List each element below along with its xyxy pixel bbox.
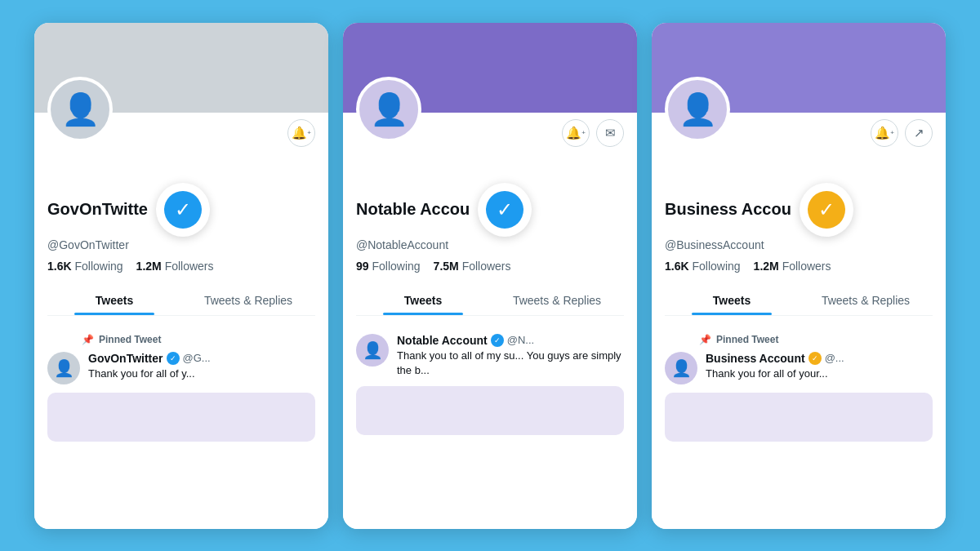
following-label: Following (74, 260, 122, 273)
tweet-badge: ✓ (167, 352, 180, 365)
following-stat[interactable]: 1.6K Following (665, 260, 741, 273)
verified-badge-popup: ✓ (156, 183, 210, 237)
display-name: Notable Accou (356, 200, 470, 219)
tab-tweets-replies[interactable]: Tweets & Replies (490, 284, 624, 315)
tweet-user-icon: 👤 (671, 360, 692, 376)
pinned-text: Pinned Tweet (716, 334, 778, 345)
following-stat[interactable]: 1.6K Following (47, 260, 123, 273)
tweet-section: 📌 Pinned Tweet 👤 Business Account ✓ @...… (652, 324, 946, 529)
verified-badge: ✓ (808, 191, 845, 229)
profile-section: 👤 🔔+ ✉ Notable Accou ✓ @NotableAccount 9… (343, 113, 637, 324)
following-count: 1.6K (665, 260, 689, 273)
profile-section: 👤 🔔+ ↗ Business Accou ✓ @BusinessAccount… (652, 113, 946, 324)
tweet-avatar: 👤 (356, 334, 389, 367)
following-label: Following (372, 260, 420, 273)
followers-label: Followers (165, 260, 214, 273)
tweet-row: 👤 Notable Account ✓ @N... Thank you to a… (356, 334, 624, 378)
tweet-text: Thank you for all of your... (706, 367, 933, 381)
tweet-author: GovOnTwitter (88, 352, 163, 365)
tab-tweets[interactable]: Tweets (47, 284, 181, 315)
tabs-row: Tweets Tweets & Replies (356, 284, 624, 316)
share-button[interactable]: ↗ (905, 119, 933, 147)
tweet-handle: @... (825, 352, 844, 364)
followers-count: 7.5M (434, 260, 459, 273)
phone-card-notable: 👤 🔔+ ✉ Notable Accou ✓ @NotableAccount 9… (343, 23, 637, 529)
tweet-text: Thank you for all of y... (88, 367, 315, 381)
following-label: Following (692, 260, 740, 273)
verified-badge-popup: ✓ (478, 183, 532, 237)
stats-row: 1.6K Following 1.2M Followers (47, 260, 315, 273)
tweet-image-placeholder (47, 393, 315, 442)
tweet-image-placeholder (356, 386, 624, 435)
screen-name: @NotableAccount (356, 238, 624, 251)
screen-name: @GovOnTwitter (47, 238, 315, 251)
tweet-content: Business Account ✓ @... Thank you for al… (706, 352, 933, 381)
tweet-section: 📌 Pinned Tweet 👤 GovOnTwitter ✓ @G... Th… (34, 324, 328, 529)
tweet-user-icon: 👤 (363, 342, 383, 358)
followers-label: Followers (782, 260, 831, 273)
display-name: Business Accou (665, 200, 791, 219)
avatar: 👤 (356, 77, 421, 142)
pinned-text: Pinned Tweet (99, 334, 161, 345)
tabs-row: Tweets Tweets & Replies (665, 284, 933, 316)
pinned-label: 📌 Pinned Tweet (82, 334, 315, 345)
phone-card-business: 👤 🔔+ ↗ Business Accou ✓ @BusinessAccount… (652, 23, 946, 529)
tabs-row: Tweets Tweets & Replies (47, 284, 315, 316)
screen-name: @BusinessAccount (665, 238, 933, 251)
tweet-handle: @N... (507, 334, 534, 346)
avatar: 👤 (47, 77, 113, 142)
tweet-row: 👤 Business Account ✓ @... Thank you for … (665, 352, 933, 384)
tweet-handle: @G... (183, 352, 211, 364)
tab-tweets-replies[interactable]: Tweets & Replies (799, 284, 933, 315)
tweet-content: GovOnTwitter ✓ @G... Thank you for all o… (88, 352, 315, 381)
avatar: 👤 (665, 77, 730, 142)
stats-row: 1.6K Following 1.2M Followers (665, 260, 933, 273)
tweet-badge: ✓ (808, 352, 822, 365)
verified-badge-popup: ✓ (800, 183, 853, 237)
tweet-avatar: 👤 (47, 352, 80, 384)
verified-badge: ✓ (164, 191, 202, 229)
tweet-badge: ✓ (491, 334, 504, 347)
user-icon: 👤 (61, 94, 100, 125)
name-row: GovOnTwitte ✓ (47, 183, 315, 237)
notification-button[interactable]: 🔔+ (287, 119, 315, 147)
tweet-name-row: GovOnTwitter ✓ @G... (88, 352, 315, 365)
message-button[interactable]: ✉ (596, 119, 624, 147)
name-row: Notable Accou ✓ (356, 183, 624, 237)
tweet-name-row: Notable Account ✓ @N... (397, 334, 624, 347)
tweet-content: Notable Account ✓ @N... Thank you to all… (397, 334, 624, 378)
tweet-name-row: Business Account ✓ @... (706, 352, 933, 365)
user-icon: 👤 (370, 94, 408, 125)
followers-label: Followers (462, 260, 511, 273)
display-name: GovOnTwitte (47, 200, 148, 219)
tweet-author: Business Account (706, 352, 805, 365)
tweet-image-placeholder (665, 393, 933, 442)
notification-button[interactable]: 🔔+ (871, 119, 898, 147)
tweet-section: 👤 Notable Account ✓ @N... Thank you to a… (343, 324, 637, 529)
tab-tweets[interactable]: Tweets (356, 284, 490, 315)
tweet-user-icon: 👤 (54, 360, 74, 376)
tab-tweets[interactable]: Tweets (665, 284, 799, 315)
name-row: Business Accou ✓ (665, 183, 933, 237)
following-count: 1.6K (47, 260, 72, 273)
followers-stat[interactable]: 1.2M Followers (754, 260, 831, 273)
followers-stat[interactable]: 1.2M Followers (136, 260, 214, 273)
following-count: 99 (356, 260, 369, 273)
followers-count: 1.2M (136, 260, 162, 273)
user-icon: 👤 (679, 94, 717, 125)
followers-stat[interactable]: 7.5M Followers (434, 260, 511, 273)
verified-badge: ✓ (486, 191, 523, 229)
tweet-avatar: 👤 (665, 352, 697, 384)
profile-section: 👤 🔔+ GovOnTwitte ✓ @GovOnTwitter 1.6K Fo… (34, 113, 328, 324)
phone-card-gov: 👤 🔔+ GovOnTwitte ✓ @GovOnTwitter 1.6K Fo… (34, 23, 328, 529)
followers-count: 1.2M (754, 260, 779, 273)
following-stat[interactable]: 99 Following (356, 260, 421, 273)
tweet-text: Thank you to all of my su... You guys ar… (397, 349, 624, 378)
pin-icon: 📌 (699, 334, 711, 345)
tab-tweets-replies[interactable]: Tweets & Replies (181, 284, 315, 315)
tweet-row: 👤 GovOnTwitter ✓ @G... Thank you for all… (47, 352, 315, 384)
pinned-label: 📌 Pinned Tweet (699, 334, 933, 345)
notification-button[interactable]: 🔔+ (562, 119, 590, 147)
pin-icon: 📌 (82, 334, 94, 345)
tweet-author: Notable Account (397, 334, 488, 347)
